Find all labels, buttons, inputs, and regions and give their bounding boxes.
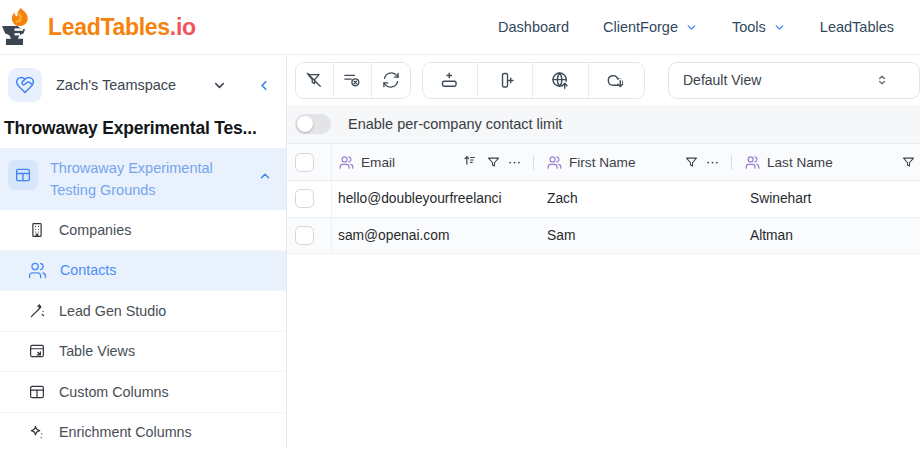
- sidebar-item-label: Lead Gen Studio: [59, 303, 166, 319]
- custom-columns-icon: [28, 383, 46, 401]
- filter-icon[interactable]: [901, 155, 916, 170]
- teamspace-selector[interactable]: Zach's Teamspace: [8, 65, 276, 105]
- heart-handshake-icon: [8, 68, 42, 102]
- email-cell[interactable]: hello@doubleyourfreelanci: [332, 181, 540, 217]
- wand-icon: [28, 302, 46, 320]
- toolbar-group-actions: [422, 62, 645, 99]
- publish-web-button[interactable]: [533, 63, 588, 98]
- contacts-icon: [339, 155, 354, 170]
- nav-item-clientforge[interactable]: ClientForge: [603, 19, 698, 35]
- sidebar-item-lead-gen-studio[interactable]: Lead Gen Studio: [0, 291, 286, 332]
- column-label: Email: [361, 155, 395, 170]
- sort-ascending-icon[interactable]: [462, 153, 480, 171]
- teamspace-name: Zach's Teamspace: [56, 77, 176, 93]
- sidebar-item-enrichment-columns[interactable]: Enrichment Columns: [0, 413, 286, 449]
- contact-limit-setting: Enable per-company contact limit: [287, 105, 920, 143]
- column-divider: [533, 155, 535, 170]
- sidebar-item-label: Enrichment Columns: [59, 424, 192, 440]
- sidebar-item-label: Custom Columns: [59, 384, 169, 400]
- nav-item-dashboard[interactable]: Dashboard: [498, 19, 569, 35]
- primary-nav: Dashboard ClientForge Tools LeadTables: [498, 19, 894, 35]
- add-column-icon: [495, 70, 516, 91]
- row-checkbox[interactable]: [295, 189, 314, 208]
- brand-suffix: .io: [170, 14, 196, 40]
- chevron-down-icon: [685, 21, 698, 34]
- table-toolbar: Default View: [287, 55, 920, 105]
- filter-off-icon: [304, 70, 324, 90]
- table-header: Email First Nam: [287, 143, 920, 181]
- table-views-icon: [28, 342, 46, 360]
- cloud-download-icon: [606, 70, 627, 91]
- refresh-button[interactable]: [372, 63, 410, 98]
- collapse-sidebar-icon[interactable]: [257, 78, 272, 93]
- brand[interactable]: LeadTables.io: [0, 7, 196, 47]
- clear-list-icon: [342, 70, 362, 90]
- sidebar-item-contacts[interactable]: Contacts: [0, 251, 286, 292]
- sidebar-item-label: Table Views: [59, 343, 135, 359]
- sidebar-item-workspace-root[interactable]: Throwaway Experimental Testing Grounds: [0, 148, 286, 210]
- nav-item-leadtables[interactable]: LeadTables: [820, 19, 894, 35]
- header-checkbox-cell: [287, 144, 332, 180]
- row-checkbox[interactable]: [295, 226, 314, 245]
- filter-icon[interactable]: [486, 155, 501, 170]
- workspace-title: Throwaway Experimental Tes...: [0, 105, 286, 148]
- toggle-label: Enable per-company contact limit: [348, 116, 562, 132]
- column-label: First Name: [569, 155, 635, 170]
- view-select-value: Default View: [683, 72, 761, 88]
- clear-sort-button[interactable]: [334, 63, 372, 98]
- contacts-icon: [745, 155, 760, 170]
- sparkles-icon: [28, 423, 46, 441]
- toggle-knob: [297, 116, 313, 132]
- table-row[interactable]: sam@openai.com Sam Altman: [287, 218, 920, 255]
- contacts-icon: [547, 155, 562, 170]
- column-header-first-name: First Name: [540, 144, 738, 180]
- column-menu-icon[interactable]: [507, 155, 522, 170]
- cloud-sync-button[interactable]: [589, 63, 644, 98]
- contact-limit-toggle[interactable]: [295, 114, 331, 134]
- last-name-cell[interactable]: Altman: [738, 218, 920, 254]
- row-checkbox-cell: [287, 218, 332, 254]
- column-label: Last Name: [767, 155, 833, 170]
- chevron-up-icon[interactable]: [258, 169, 272, 183]
- chevron-down-icon[interactable]: [212, 78, 227, 93]
- column-menu-icon[interactable]: [705, 155, 720, 170]
- globe-upload-icon: [550, 70, 571, 91]
- sidebar-item-label: Companies: [59, 222, 131, 238]
- column-header-email: Email: [332, 144, 540, 180]
- row-checkbox-cell: [287, 181, 332, 217]
- anvil-flame-logo-icon: [2, 7, 39, 47]
- nav-item-tools[interactable]: Tools: [732, 19, 786, 35]
- table-row[interactable]: hello@doubleyourfreelanci Zach Swinehart: [287, 181, 920, 218]
- clear-filters-button[interactable]: [296, 63, 334, 98]
- add-row-button[interactable]: [423, 63, 478, 98]
- add-column-button[interactable]: [478, 63, 533, 98]
- select-stepper-icon: [875, 73, 889, 87]
- email-cell[interactable]: sam@openai.com: [332, 218, 540, 254]
- table-icon: [8, 160, 38, 190]
- sidebar-item-label: Contacts: [60, 262, 116, 278]
- building-icon: [28, 221, 46, 239]
- select-all-checkbox[interactable]: [295, 153, 314, 172]
- sidebar-item-table-views[interactable]: Table Views: [0, 332, 286, 373]
- sidebar-item-custom-columns[interactable]: Custom Columns: [0, 372, 286, 413]
- sidebar-item-companies[interactable]: Companies: [0, 210, 286, 251]
- last-name-cell[interactable]: Swinehart: [738, 181, 920, 217]
- filter-icon[interactable]: [684, 155, 699, 170]
- column-header-last-name: Last Name: [738, 144, 920, 180]
- brand-name: LeadTables.io: [48, 14, 196, 41]
- contacts-icon: [28, 261, 47, 280]
- toolbar-group-filters: [295, 62, 411, 99]
- first-name-cell[interactable]: Zach: [540, 181, 738, 217]
- view-select[interactable]: Default View: [668, 62, 920, 99]
- refresh-icon: [381, 70, 401, 90]
- add-row-icon: [439, 70, 460, 91]
- main-content: Default View Enable per-company contact …: [287, 55, 920, 449]
- sidebar: Zach's Teamspace Throwaway Experimental …: [0, 55, 287, 449]
- chevron-down-icon: [773, 21, 786, 34]
- first-name-cell[interactable]: Sam: [540, 218, 738, 254]
- column-divider: [731, 155, 733, 170]
- top-bar: LeadTables.io Dashboard ClientForge Tool…: [0, 0, 920, 55]
- sidebar-item-label: Throwaway Experimental Testing Grounds: [50, 157, 246, 201]
